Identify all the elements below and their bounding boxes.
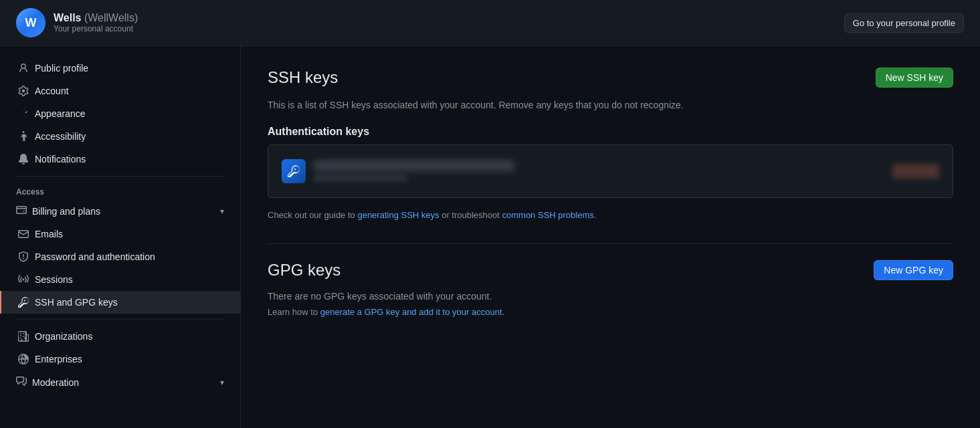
ssh-description: This is a list of SSH keys associated wi… bbox=[268, 98, 953, 112]
broadcast-icon bbox=[17, 274, 29, 286]
mail-icon bbox=[17, 228, 29, 240]
sidebar-item-label: Accessibility bbox=[35, 131, 86, 142]
paintbrush-icon bbox=[17, 108, 29, 120]
main-content: SSH keys New SSH key This is a list of S… bbox=[241, 46, 980, 428]
gpg-section-header: GPG keys New GPG key bbox=[268, 260, 953, 280]
ssh-section-header: SSH keys New SSH key bbox=[268, 68, 953, 88]
key-card-actions bbox=[892, 164, 939, 179]
sidebar-item-label: Enterprises bbox=[35, 354, 82, 364]
moderation-left: Moderation bbox=[16, 376, 79, 389]
sidebar-item-sessions[interactable]: Sessions bbox=[0, 268, 240, 291]
key-card-subtitle-blur bbox=[314, 175, 407, 181]
sidebar-item-notifications[interactable]: Notifications bbox=[0, 148, 240, 171]
guide-text-prefix: Check out our guide to bbox=[268, 210, 357, 220]
sidebar-item-label: Public profile bbox=[35, 63, 88, 74]
gpg-learn-text: Learn how to generate a GPG key and add … bbox=[268, 307, 953, 317]
sidebar-item-label: Appearance bbox=[35, 108, 86, 119]
sidebar-item-account[interactable]: Account bbox=[0, 80, 240, 102]
access-section-label: Access bbox=[0, 182, 240, 199]
page-layout: Public profile Account Appearance Access… bbox=[0, 46, 980, 428]
section-separator bbox=[268, 243, 953, 244]
credit-card-icon bbox=[16, 205, 27, 217]
common-ssh-problems-link[interactable]: common SSH problems bbox=[502, 210, 594, 220]
guide-text-middle: or troubleshoot bbox=[439, 210, 502, 220]
sidebar-item-ssh-gpg[interactable]: SSH and GPG keys bbox=[0, 291, 240, 314]
key-icon bbox=[17, 296, 29, 308]
username-display: Wells (WellWells) bbox=[54, 12, 138, 24]
sidebar-item-label: Password and authentication bbox=[35, 251, 155, 262]
comment-icon bbox=[16, 376, 27, 389]
username: Wells bbox=[54, 12, 82, 23]
organizations-icon bbox=[17, 330, 29, 342]
sidebar-item-password-auth[interactable]: Password and authentication bbox=[0, 245, 240, 268]
sidebar-item-appearance[interactable]: Appearance bbox=[0, 102, 240, 125]
sidebar-item-emails[interactable]: Emails bbox=[0, 223, 240, 245]
sidebar-divider-1 bbox=[16, 176, 224, 177]
sidebar-item-label: Account bbox=[35, 86, 69, 96]
chevron-down-icon-moderation: ▾ bbox=[220, 378, 224, 387]
gpg-learn-link[interactable]: generate a GPG key and add it to your ac… bbox=[320, 307, 502, 317]
guide-text: Check out our guide to generating SSH ke… bbox=[268, 209, 953, 222]
gpg-learn-suffix: . bbox=[502, 307, 505, 317]
sidebar: Public profile Account Appearance Access… bbox=[0, 46, 241, 428]
account-subtitle: Your personal account bbox=[54, 24, 138, 33]
sidebar-item-organizations[interactable]: Organizations bbox=[0, 325, 240, 348]
ssh-title: SSH keys bbox=[268, 68, 338, 87]
sidebar-item-label: SSH and GPG keys bbox=[35, 297, 118, 308]
guide-text-suffix: . bbox=[594, 210, 597, 220]
gear-icon bbox=[17, 85, 29, 97]
gpg-title: GPG keys bbox=[268, 261, 340, 280]
sidebar-item-enterprises[interactable]: Enterprises bbox=[0, 348, 240, 370]
billing-left: Billing and plans bbox=[16, 205, 100, 217]
generating-ssh-keys-link[interactable]: generating SSH keys bbox=[357, 210, 439, 220]
sidebar-item-moderation[interactable]: Moderation ▾ bbox=[0, 370, 240, 394]
sidebar-item-label: Sessions bbox=[35, 274, 73, 285]
user-details: Wells (WellWells) Your personal account bbox=[54, 12, 138, 33]
display-name: (WellWells) bbox=[84, 12, 138, 23]
globe-icon bbox=[17, 353, 29, 365]
sidebar-item-accessibility[interactable]: Accessibility bbox=[0, 125, 240, 148]
bell-icon bbox=[17, 153, 29, 165]
sidebar-item-billing[interactable]: Billing and plans ▾ bbox=[0, 199, 240, 223]
billing-label: Billing and plans bbox=[32, 206, 100, 217]
key-card-icon bbox=[282, 159, 306, 183]
avatar: W bbox=[16, 8, 45, 37]
accessibility-icon bbox=[17, 130, 29, 142]
new-ssh-key-button[interactable]: New SSH key bbox=[876, 68, 953, 88]
shield-icon bbox=[17, 251, 29, 263]
top-bar: W Wells (WellWells) Your personal accoun… bbox=[0, 0, 980, 46]
new-gpg-key-button[interactable]: New GPG key bbox=[874, 260, 953, 280]
sidebar-item-label: Notifications bbox=[35, 154, 86, 165]
gpg-learn-prefix: Learn how to bbox=[268, 307, 320, 317]
key-card-content bbox=[314, 161, 884, 181]
sidebar-item-label: Emails bbox=[35, 229, 63, 239]
user-info-section: W Wells (WellWells) Your personal accoun… bbox=[16, 8, 138, 37]
key-card-title-blur bbox=[314, 161, 514, 171]
ssh-key-card bbox=[268, 144, 953, 198]
personal-profile-button[interactable]: Go to your personal profile bbox=[844, 13, 964, 33]
auth-keys-label: Authentication keys bbox=[268, 126, 953, 138]
moderation-label: Moderation bbox=[32, 377, 79, 388]
sidebar-item-public-profile[interactable]: Public profile bbox=[0, 57, 240, 80]
sidebar-divider-2 bbox=[16, 319, 224, 320]
sidebar-item-label: Organizations bbox=[35, 331, 92, 342]
person-icon bbox=[17, 62, 29, 74]
chevron-down-icon: ▾ bbox=[220, 207, 224, 216]
gpg-empty-text: There are no GPG keys associated with yo… bbox=[268, 291, 953, 302]
